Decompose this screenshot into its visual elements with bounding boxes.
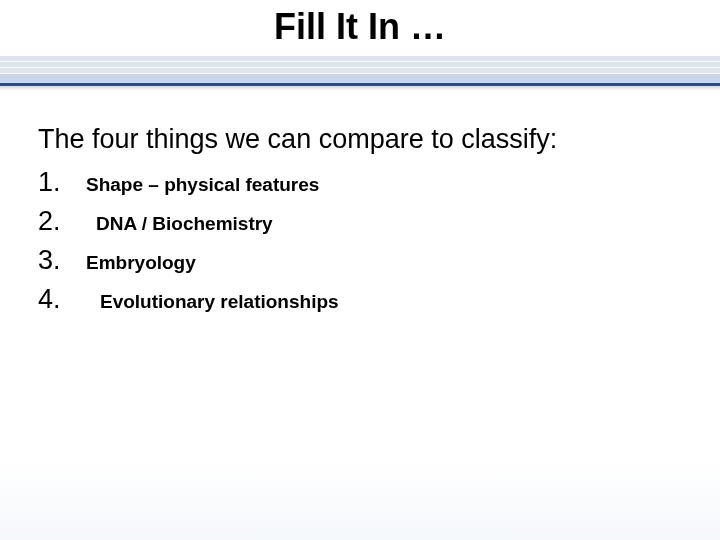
divider-band	[0, 56, 720, 86]
list-item: 1. Shape – physical features	[38, 167, 682, 198]
item-number: 1.	[38, 167, 86, 198]
list-item: 3. Embryology	[38, 245, 682, 276]
list-item: 2. DNA / Biochemistry	[38, 206, 682, 237]
item-answer: Evolutionary relationships	[86, 291, 339, 313]
item-number: 3.	[38, 245, 86, 276]
item-number: 4.	[38, 284, 86, 315]
slide: Fill It In … The four things we can comp…	[0, 0, 720, 540]
title-area: Fill It In …	[0, 0, 720, 48]
item-answer: Embryology	[86, 252, 196, 274]
list-item: 4. Evolutionary relationships	[38, 284, 682, 315]
item-answer: Shape – physical features	[86, 174, 319, 196]
content-area: The four things we can compare to classi…	[0, 86, 720, 315]
slide-title: Fill It In …	[0, 6, 720, 48]
item-answer: DNA / Biochemistry	[86, 213, 273, 235]
item-number: 2.	[38, 206, 86, 237]
intro-text: The four things we can compare to classi…	[38, 124, 682, 155]
